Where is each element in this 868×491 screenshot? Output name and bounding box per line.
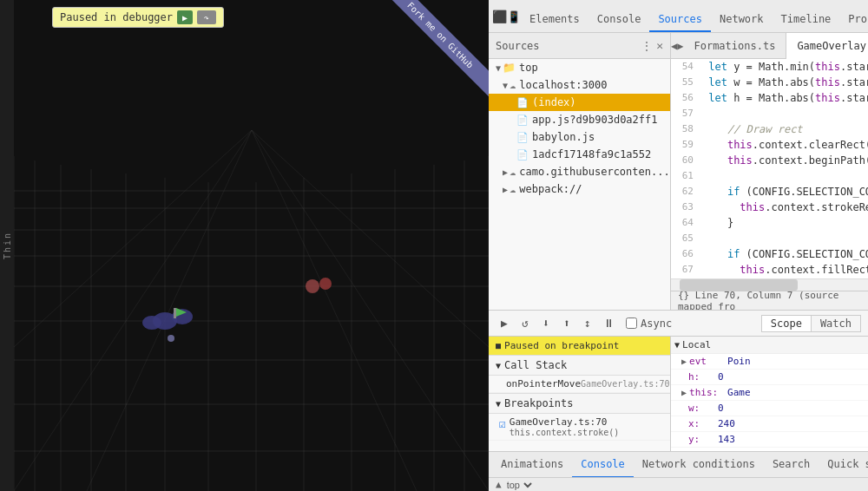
tab-network[interactable]: Network [711, 8, 773, 32]
svg-rect-0 [0, 0, 489, 491]
scope-group-local: ▼ Local ▶ evt Poin h: [671, 337, 868, 451]
tab-timeline[interactable]: Timeline [773, 8, 840, 32]
scope-tab[interactable]: Scope [761, 315, 812, 332]
async-checkbox[interactable] [626, 318, 637, 329]
tree-item-camo[interactable]: ▶ ☁ camo.githubuserconten... [489, 163, 670, 180]
step-into-btn[interactable]: ⬆ [558, 315, 575, 332]
sources-sidebar-header: Sources ⋮ ✕ [489, 33, 670, 59]
sidebar-close-icon[interactable]: ✕ [656, 39, 663, 52]
step-over-btn[interactable]: ⬇ [537, 315, 555, 332]
breakpoint-item-0[interactable]: ☑ GameOverlay.ts:70 this.context.stroke(… [489, 414, 670, 441]
pause-exceptions-btn[interactable]: ⏸ [600, 315, 617, 332]
step-out-btn[interactable]: ↕ [579, 315, 596, 332]
call-stack-header[interactable]: ▼ Call Stack [489, 356, 670, 376]
tab-nav-forward[interactable]: ▶ [677, 36, 683, 56]
code-line-65: 65 [671, 231, 868, 246]
tree-item-webpack[interactable]: ▶ ☁ webpack:// [489, 180, 670, 198]
tree-item-1adcf[interactable]: 📄 1adcf17148fa9c1a552 [489, 146, 670, 163]
tab-sources[interactable]: Sources [649, 8, 711, 32]
debugger-bar: Paused in debugger ▶ ↷ [52, 7, 224, 28]
inspect-icon[interactable]: ⬛ [492, 4, 507, 29]
pause-ctrl-btn[interactable]: ↺ [516, 315, 534, 332]
bottom-mini-bar: ▲ top [489, 477, 868, 491]
sources-sidebar: Sources ⋮ ✕ ▼ 📁 top [489, 33, 671, 310]
scope-item-y: y: 143 [671, 432, 868, 448]
breakpoint-status-bar: ■ Paused on breakpoint [489, 337, 670, 356]
bottom-tab-network-conditions[interactable]: Network conditions [634, 452, 764, 478]
breakpoint-status-text: Paused on breakpoint [504, 340, 619, 351]
devtools-tab-bar: ⬛ 📱 Elements Console Sources Network [489, 0, 868, 33]
tree-item-top[interactable]: ▼ 📁 top [489, 59, 670, 76]
status-text: {} Line 70, Column 7 (source mapped fro [678, 290, 861, 311]
code-line-54: 54 let y = Math.min(this.star [671, 59, 868, 75]
scope-item-h: h: 0 [671, 370, 868, 385]
tab-nav-back[interactable]: ◀ [671, 36, 677, 56]
top-arrow: ▲ [496, 479, 502, 490]
tab-console[interactable]: Console [589, 8, 650, 32]
code-line-59: 59 this.context.clearRect(0, [671, 137, 868, 153]
frame-selector[interactable]: top [503, 479, 535, 491]
sources-area: Sources ⋮ ✕ ▼ 📁 top [489, 33, 868, 311]
tab-elements[interactable]: Elements [521, 8, 589, 32]
resume-button[interactable]: ▶ [177, 10, 193, 24]
status-bar: {} Line 70, Column 7 (source mapped fro [671, 291, 868, 310]
bottom-tab-animations[interactable]: Animations [492, 452, 572, 478]
bottom-tab-quicksource[interactable]: Quick sou [819, 452, 868, 478]
file-tree: ▼ 📁 top ▼ ☁ localhost:3000 📄 [489, 59, 670, 310]
game-panel: Thin [0, 0, 489, 491]
scope-item-evt[interactable]: ▶ evt Poin [671, 354, 868, 370]
code-line-55: 55 let w = Math.abs(this.star [671, 75, 868, 90]
step-button[interactable]: ↷ [197, 10, 216, 24]
bottom-tab-console[interactable]: Console [572, 452, 634, 478]
breakpoint-checkbox[interactable]: ☑ [499, 417, 506, 430]
scope-item-this[interactable]: ▶ this: Game [671, 385, 868, 401]
code-line-66: 66 if (CONFIG.SELECTION_CONFI [671, 246, 868, 262]
sidebar-more-icon[interactable]: ⋮ [641, 39, 653, 53]
scope-item-x: x: 240 [671, 416, 868, 432]
breakpoints-header[interactable]: ▼ Breakpoints [489, 393, 670, 414]
devtools-panel: ⬛ 📱 Elements Console Sources Network [489, 0, 868, 491]
tree-item-appjs[interactable]: 📄 app.js?d9b903d0a2ff1 [489, 111, 670, 128]
svg-point-37 [168, 335, 174, 342]
tree-item-localhost[interactable]: ▼ ☁ localhost:3000 [489, 76, 670, 94]
debugger-controls-bar: ▶ ↺ ⬇ ⬆ ↕ ⏸ Async Scope [489, 311, 868, 337]
call-stack-item-onpointermove[interactable]: onPointerMove GameOverlay.ts:70 [489, 376, 670, 393]
code-line-57: 57 [671, 106, 868, 121]
code-line-64: 64 } [671, 215, 868, 231]
resume-ctrl-btn[interactable]: ▶ [496, 315, 513, 332]
code-tab-bar: ◀ ▶ Formations.ts GameOverlay.ts [671, 33, 868, 59]
code-content[interactable]: 54 let y = Math.min(this.star 55 let w =… [671, 59, 868, 278]
call-stack-section: ▼ Call Stack onPointerMove GameOverlay.t… [489, 356, 670, 393]
breakpoints-section: ▼ Breakpoints ☑ GameOverlay.ts:70 this.c… [489, 393, 670, 441]
svg-rect-35 [174, 308, 176, 318]
code-line-62: 62 if (CONFIG.SELECTION_CONFI [671, 184, 868, 200]
async-checkbox-area: Async [626, 318, 672, 330]
svg-point-34 [142, 316, 161, 330]
tab-profiles[interactable]: Prof [839, 8, 868, 32]
sources-title: Sources [496, 40, 540, 52]
svg-point-31 [319, 278, 332, 290]
tab-formations[interactable]: Formations.ts [683, 33, 786, 59]
tree-item-index[interactable]: 📄 (index) [489, 94, 670, 111]
code-line-67: 67 this.context.fillRect(x, [671, 262, 868, 278]
device-icon[interactable]: 📱 [507, 4, 521, 29]
watch-tab[interactable]: Watch [812, 315, 861, 332]
paused-label: Paused in debugger [60, 11, 173, 23]
bottom-panels: ■ Paused on breakpoint ▼ Call Stack onPo… [489, 337, 868, 451]
bottom-tab-search[interactable]: Search [764, 452, 819, 478]
tree-item-babylon[interactable]: 📄 babylon.js [489, 128, 670, 146]
code-line-63: 63 this.context.strokeRect( [671, 200, 868, 215]
code-line-60: 60 this.context.beginPath() [671, 153, 868, 168]
code-line-61: 61 [671, 168, 868, 184]
thin-label: Thin [0, 0, 14, 491]
scope-local-label: Local [682, 339, 711, 350]
code-editor: ◀ ▶ Formations.ts GameOverlay.ts 5 [671, 33, 868, 310]
scope-group-local-header[interactable]: ▼ Local [671, 337, 868, 354]
bottom-tab-bar: Animations Console Network conditions Se… [489, 451, 868, 477]
debugger-bottom: ▶ ↺ ⬇ ⬆ ↕ ⏸ Async Scope [489, 311, 868, 491]
code-line-58: 58 // Draw rect [671, 121, 868, 137]
tab-gameoverlay[interactable]: GameOverlay.ts [786, 33, 868, 59]
code-line-56: 56 let h = Math.abs(this.star [671, 90, 868, 106]
scope-watch-tabs: Scope Watch [761, 315, 861, 332]
scope-item-w: w: 0 [671, 401, 868, 416]
